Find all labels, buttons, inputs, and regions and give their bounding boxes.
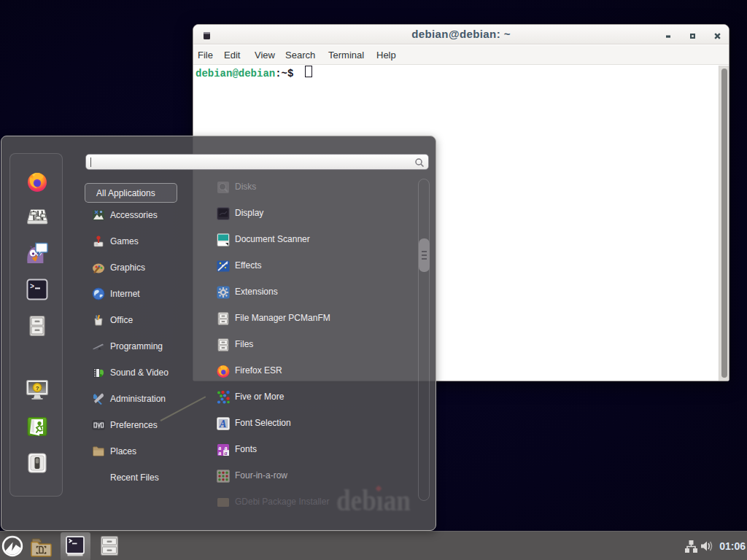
- svg-text:a: a: [218, 450, 221, 456]
- svg-text:a: a: [224, 450, 227, 456]
- svg-text:A: A: [219, 419, 226, 429]
- svg-text:>: >: [30, 283, 34, 291]
- svg-text:?: ?: [36, 385, 39, 392]
